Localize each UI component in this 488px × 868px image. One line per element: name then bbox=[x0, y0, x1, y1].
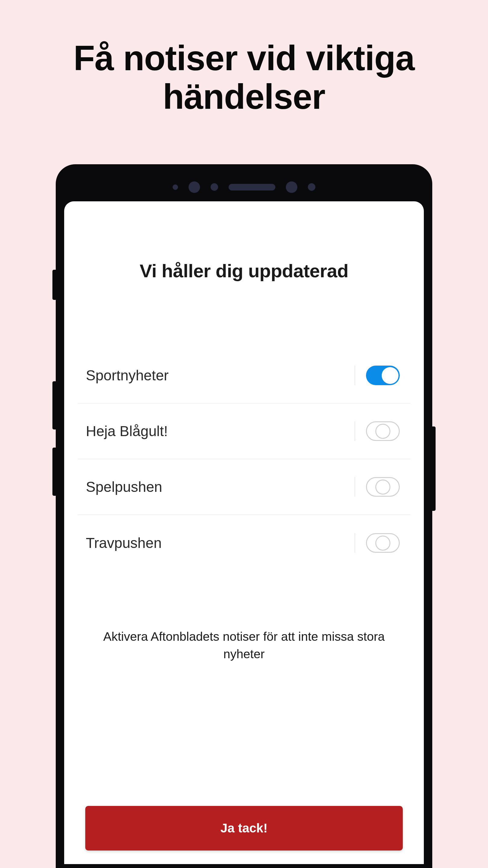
phone-side-buttons-right bbox=[432, 427, 435, 511]
toggle-wrapper bbox=[355, 477, 400, 497]
setting-label: Heja Blågult! bbox=[86, 423, 168, 439]
phone-frame: Vi håller dig uppdaterad Sportnyheter He… bbox=[56, 164, 432, 868]
setting-row-heja-blagult: Heja Blågult! bbox=[78, 404, 410, 459]
setting-row-spelpushen: Spelpushen bbox=[78, 459, 410, 515]
toggle-divider bbox=[355, 533, 355, 553]
toggle-heja-blagult[interactable] bbox=[366, 421, 400, 441]
setting-label: Spelpushen bbox=[86, 478, 162, 495]
phone-top-sensors bbox=[64, 173, 424, 201]
toggle-wrapper bbox=[355, 366, 400, 385]
setting-label: Sportnyheter bbox=[86, 367, 169, 384]
toggle-wrapper bbox=[355, 421, 400, 441]
notification-settings-list: Sportnyheter Heja Blågult! bbox=[78, 348, 410, 571]
promo-heading: Få notiser vid viktiga händelser bbox=[0, 0, 488, 116]
phone-screen: Vi håller dig uppdaterad Sportnyheter He… bbox=[64, 201, 424, 864]
toggle-spelpushen[interactable] bbox=[366, 477, 400, 497]
screen-title: Vi håller dig uppdaterad bbox=[78, 201, 410, 281]
toggle-divider bbox=[355, 366, 355, 385]
phone-mockup-wrapper: Vi håller dig uppdaterad Sportnyheter He… bbox=[0, 164, 488, 868]
setting-label: Travpushen bbox=[86, 535, 162, 551]
toggle-divider bbox=[355, 477, 355, 497]
setting-row-travpushen: Travpushen bbox=[78, 515, 410, 571]
phone-side-buttons-left bbox=[53, 381, 56, 514]
toggle-wrapper bbox=[355, 533, 400, 553]
description-text: Aktivera Aftonbladets notiser för att in… bbox=[78, 628, 410, 663]
toggle-travpushen[interactable] bbox=[366, 533, 400, 553]
toggle-sportnyheter[interactable] bbox=[366, 366, 400, 385]
confirm-button[interactable]: Ja tack! bbox=[85, 806, 403, 850]
setting-row-sportnyheter: Sportnyheter bbox=[78, 348, 410, 404]
toggle-divider bbox=[355, 421, 355, 441]
